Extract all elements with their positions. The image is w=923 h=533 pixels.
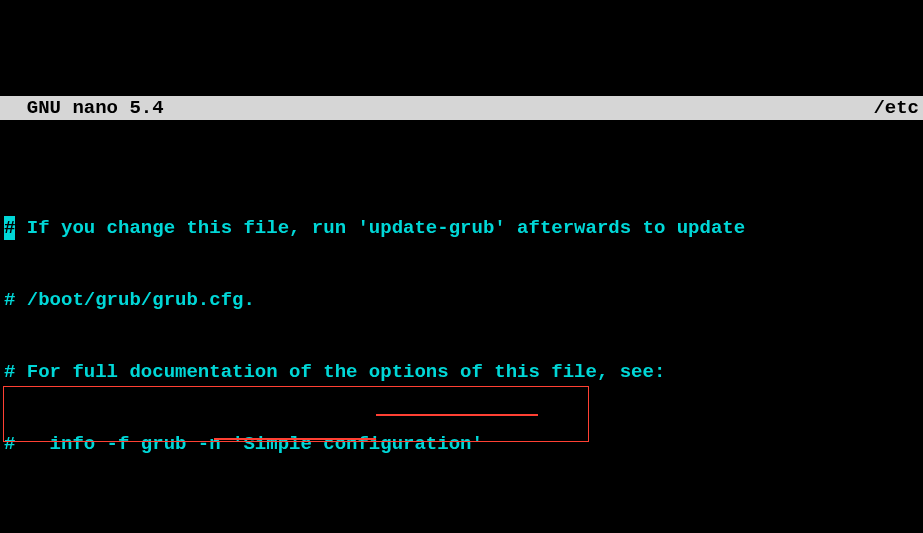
editor-line[interactable]: # info -f grub -n 'Simple configuration' [0, 432, 923, 456]
editor-line[interactable]: # /boot/grub/grub.cfg. [0, 288, 923, 312]
app-name: GNU nano 5.4 [4, 96, 164, 120]
editor-content[interactable]: # If you change this file, run 'update-g… [0, 168, 923, 533]
file-path: /etc [873, 96, 919, 120]
editor-line[interactable]: # For full documentation of the options … [0, 360, 923, 384]
comment-text: If you change this file, run 'update-gru… [15, 217, 745, 239]
highlight-underline [376, 414, 538, 416]
cursor-position: # [4, 216, 15, 240]
editor-line[interactable] [0, 504, 923, 528]
title-bar: GNU nano 5.4 /etc [0, 96, 923, 120]
editor-line[interactable]: # If you change this file, run 'update-g… [0, 216, 923, 240]
